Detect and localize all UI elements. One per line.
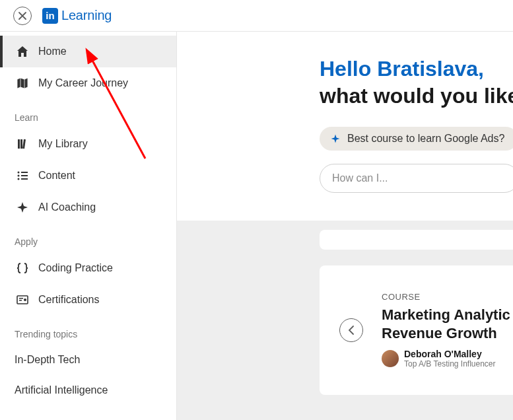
author-name: Deborah O'Malley xyxy=(404,349,496,359)
svg-rect-8 xyxy=(21,178,28,180)
chip-label: Best course to learn Google Ads? xyxy=(347,133,504,145)
sidebar-item-label: Certifications xyxy=(38,294,99,306)
author-subtitle: Top A/B Testing Influencer xyxy=(404,359,496,368)
suggestion-chip[interactable]: Best course to learn Google Ads? xyxy=(320,127,513,151)
sidebar-item-label: Home xyxy=(38,46,67,57)
svg-point-12 xyxy=(24,298,26,301)
certificate-icon xyxy=(15,293,30,306)
braces-icon xyxy=(15,262,30,275)
section-label-learn: Learn xyxy=(0,99,176,128)
sparkle-icon xyxy=(15,201,30,214)
card-placeholder xyxy=(320,230,513,250)
sidebar-item-certifications[interactable]: Certifications xyxy=(0,284,176,316)
prompt-line: what would you like xyxy=(320,84,513,108)
main-content: Hello Bratislava, what would you like Be… xyxy=(177,32,513,420)
svg-point-3 xyxy=(18,172,20,174)
svg-point-7 xyxy=(18,178,20,180)
sidebar-item-label: Content xyxy=(38,170,75,182)
search-placeholder: How can I... xyxy=(332,172,388,184)
sidebar-item-my-library[interactable]: My Library xyxy=(0,128,176,160)
course-type-label: COURSE xyxy=(382,292,510,302)
sidebar-item-content[interactable]: Content xyxy=(0,160,176,192)
prev-button[interactable] xyxy=(339,318,363,342)
course-info: COURSE Marketing Analytic Revenue Growth… xyxy=(382,292,510,368)
svg-rect-2 xyxy=(22,139,26,149)
library-icon xyxy=(15,137,30,151)
sidebar-item-label: AI Coaching xyxy=(38,201,96,213)
close-button[interactable] xyxy=(13,7,32,25)
sidebar-item-ai-coaching[interactable]: AI Coaching xyxy=(0,192,176,223)
svg-rect-10 xyxy=(19,298,23,299)
list-icon xyxy=(15,169,30,182)
svg-point-5 xyxy=(18,175,20,177)
svg-rect-1 xyxy=(20,139,22,149)
svg-rect-6 xyxy=(21,175,28,176)
sparkle-icon xyxy=(330,133,341,144)
svg-rect-4 xyxy=(21,172,28,173)
trending-item-indepth-tech[interactable]: In-Depth Tech xyxy=(0,345,176,375)
avatar xyxy=(382,350,399,367)
greeting: Hello Bratislava, xyxy=(320,57,513,81)
svg-rect-0 xyxy=(18,139,20,149)
sidebar-item-label: Coding Practice xyxy=(38,262,113,274)
sidebar-item-career-journey[interactable]: My Career Journey xyxy=(0,67,176,99)
author-row: Deborah O'Malley Top A/B Testing Influen… xyxy=(382,349,510,368)
close-icon xyxy=(18,11,27,20)
section-label-trending: Trending topics xyxy=(0,316,176,345)
logo-badge: in xyxy=(42,8,58,24)
content-section: COURSE Marketing Analytic Revenue Growth… xyxy=(177,221,513,420)
sidebar-item-label: My Career Journey xyxy=(38,77,128,89)
sidebar-item-label: My Library xyxy=(38,138,88,150)
logo[interactable]: in Learning xyxy=(42,8,112,24)
logo-text: Learning xyxy=(61,8,112,23)
svg-rect-11 xyxy=(19,300,22,301)
chevron-left-icon xyxy=(348,326,355,335)
sidebar-item-home[interactable]: Home xyxy=(0,36,176,67)
course-card[interactable]: COURSE Marketing Analytic Revenue Growth… xyxy=(320,265,513,395)
search-input[interactable]: How can I... xyxy=(320,164,513,193)
home-icon xyxy=(15,45,30,58)
course-title: Marketing Analytic Revenue Growth xyxy=(382,306,510,342)
header: in Learning xyxy=(0,0,513,32)
sidebar: Home My Career Journey Learn My Library … xyxy=(0,32,177,420)
map-icon xyxy=(15,77,30,90)
trending-item-ai[interactable]: Artificial Intelligence xyxy=(0,375,176,405)
section-label-apply: Apply xyxy=(0,223,176,252)
sidebar-item-coding-practice[interactable]: Coding Practice xyxy=(0,252,176,284)
